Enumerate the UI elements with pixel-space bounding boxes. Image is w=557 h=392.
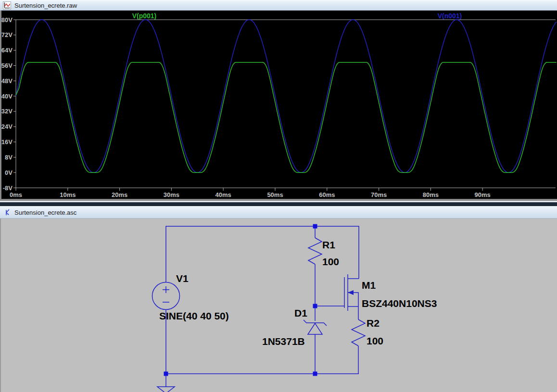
- waveform-icon: [3, 1, 11, 10]
- x-tick-label: 80ms: [423, 191, 439, 198]
- schematic-icon: [3, 208, 11, 217]
- y-tick-label: 80V: [1, 16, 13, 24]
- y-tick-label: 24V: [1, 123, 13, 130]
- schematic-titlebar[interactable]: Surtension_ecrete.asc: [0, 206, 557, 219]
- x-tick-label: 0ms: [10, 191, 22, 198]
- waveform-pane-title: Surtension_ecrete.raw: [14, 2, 77, 9]
- r1-value-label[interactable]: 100: [322, 256, 339, 267]
- d1-value-label[interactable]: 1N5371B: [262, 336, 305, 347]
- y-tick-label: 48V: [1, 77, 13, 85]
- waveform-plot-area[interactable]: V(p001) V(n001) 80V72V64V56V48V40V32V24V…: [0, 11, 557, 201]
- y-tick-label: 0V: [5, 169, 13, 176]
- y-tick-label: 16V: [1, 138, 13, 146]
- r2-ref-label[interactable]: R2: [367, 318, 380, 329]
- x-tick-label: 50ms: [267, 191, 283, 198]
- pane-border-left: [0, 11, 1, 201]
- r2-value-label[interactable]: 100: [367, 335, 383, 346]
- x-tick-label: 40ms: [215, 191, 231, 198]
- x-tick-label: 70ms: [371, 191, 387, 198]
- m1-ref-label[interactable]: M1: [362, 280, 376, 291]
- v1-value-label[interactable]: SINE(40 40 50): [159, 310, 229, 321]
- x-tick-label: 60ms: [319, 191, 335, 198]
- x-tick-label: 90ms: [475, 191, 491, 198]
- y-tick-label: 8V: [5, 154, 13, 161]
- x-tick-label: 30ms: [164, 191, 179, 198]
- schematic-pane: Surtension_ecrete.asc: [0, 206, 557, 392]
- x-tick-label: 10ms: [60, 191, 76, 198]
- r1-ref-label[interactable]: R1: [322, 239, 335, 250]
- v1-ref-label[interactable]: V1: [176, 273, 189, 284]
- y-tick-label: 64V: [1, 47, 13, 54]
- plot-background: [0, 11, 557, 201]
- divider-shadow: [0, 202, 557, 206]
- y-tick-label: 72V: [1, 31, 13, 38]
- pane-divider[interactable]: [0, 201, 557, 206]
- schematic-canvas[interactable]: V1 SINE(40 40 50) R1 100 M1 BSZ440N10NS3: [0, 219, 557, 392]
- y-tick-label: 56V: [1, 62, 13, 69]
- trace-label-vp001[interactable]: V(p001): [132, 12, 157, 20]
- schematic-border-left: [0, 219, 1, 392]
- ltspice-window: Surtension_ecrete.raw V(p001) V(n001) 80…: [0, 0, 557, 392]
- y-tick-label: -8V: [3, 184, 13, 192]
- d1-ref-label[interactable]: D1: [294, 307, 307, 318]
- waveform-titlebar[interactable]: Surtension_ecrete.raw: [0, 0, 557, 11]
- x-tick-label: 20ms: [112, 191, 127, 198]
- y-tick-label: 32V: [1, 108, 13, 115]
- schematic-background: [0, 219, 557, 392]
- schematic-pane-title: Surtension_ecrete.asc: [14, 209, 76, 216]
- m1-value-label[interactable]: BSZ440N10NS3: [362, 298, 437, 309]
- y-tick-label: 40V: [1, 93, 13, 100]
- trace-label-vn001[interactable]: V(n001): [438, 12, 462, 20]
- waveform-pane: Surtension_ecrete.raw V(p001) V(n001) 80…: [0, 0, 557, 201]
